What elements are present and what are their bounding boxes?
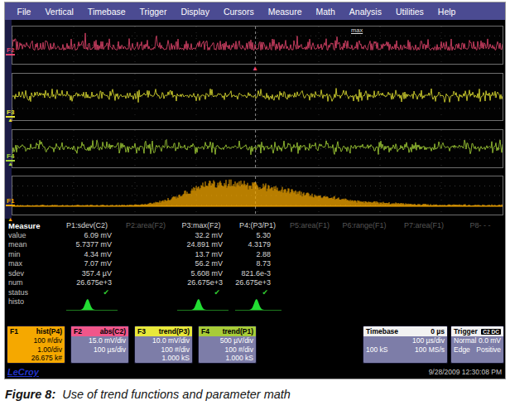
trigger-badge-c2: C2 (483, 329, 489, 335)
descriptor-line-2: 1.00/div (7, 345, 65, 355)
measure-value-p4-max: 8.73 (233, 259, 281, 269)
measure-value-p4-mean: 4.3179 (233, 240, 281, 250)
trace-label-f1[interactable]: F1 (6, 197, 15, 206)
menu-item-cursors[interactable]: Cursors (216, 7, 261, 17)
measure-row-label-sdev: sdev (7, 269, 51, 279)
trace-label-f2[interactable]: F2 (6, 46, 15, 56)
measure-histo-p7 (391, 297, 457, 314)
menu-item-display[interactable]: Display (174, 7, 216, 17)
timebase-rate: 100 MS/s (415, 345, 445, 355)
measure-row-label-status: status (7, 288, 51, 298)
descriptor-line-1: 10.0 mV/div (135, 336, 192, 345)
timebase-samples: 100 kS (366, 345, 387, 355)
status-bar: LeCroy 9/28/2009 12:30:08 PM (5, 366, 505, 378)
measure-value-p3-num: 26.675e+3 (169, 278, 233, 288)
measure-status-p1: ✔ (51, 288, 123, 298)
menu-item-help[interactable]: Help (431, 7, 463, 17)
trace-level-marker-f3: ▲ (7, 117, 13, 123)
measure-row-label-mean: mean (7, 240, 51, 250)
measure-row-label-num: num (7, 278, 51, 288)
measure-value-p5-mean (281, 240, 338, 250)
trace-level-marker-f1: ▲ (7, 216, 13, 222)
menu-item-trigger[interactable]: Trigger (132, 7, 174, 17)
descriptor-line-1: 100 #/div (7, 336, 65, 345)
waveform-panel-f1 (12, 176, 503, 215)
descriptor-header-f4: F4trend(P1) (199, 326, 256, 336)
trace-descriptor-f4[interactable]: F4trend(P1)500 µV/div100 #/div1.000 kS (198, 326, 257, 364)
descriptor-line-1: 500 µV/div (199, 336, 256, 345)
measure-value-p1-num: 26.675e+3 (51, 278, 123, 288)
menu-item-file[interactable]: File (10, 7, 38, 17)
measure-value-p8-min (457, 250, 503, 260)
measure-value-p7-sdev (391, 269, 457, 279)
descriptor-line-1: 15.0 mV/div (71, 336, 128, 345)
menu-bar: FileVerticalTimebaseTriggerDisplayCursor… (5, 2, 505, 20)
measure-value-p5-min (281, 250, 338, 260)
descriptor-header-f1: F1hist(P4) (7, 326, 65, 336)
descriptor-header-f2: F2abs(C2) (71, 326, 128, 336)
measure-value-p6-min (338, 250, 391, 260)
param-histicon (65, 297, 119, 312)
measure-header-p4[interactable]: P4:(P3/P1) (233, 221, 281, 231)
timestamp: 9/28/2009 12:30:08 PM (429, 368, 502, 376)
parameter-annotation-max: max (351, 27, 363, 34)
figure-caption: Figure 8:Use of trend functions and para… (5, 388, 291, 401)
measure-status-p6 (338, 288, 391, 298)
measure-value-p8-sdev (457, 269, 503, 279)
measure-header-p5[interactable]: P5:area(F1) (281, 221, 338, 231)
measure-value-p5-num (281, 278, 338, 288)
descriptor-function: abs(C2) (100, 327, 126, 336)
measure-value-p8-value (457, 231, 503, 241)
timebase-box[interactable]: Timebase 0 µs 100 µs/div 100 kS 100 MS/s (363, 326, 448, 364)
measure-header-p1[interactable]: P1:sdev(C2) (51, 221, 123, 231)
measure-histo-p5 (281, 297, 338, 314)
descriptor-id: F1 (10, 327, 18, 336)
measure-row-label-min: min (7, 250, 51, 260)
waveform-panel-f2 (12, 26, 503, 65)
descriptor-line-2: 100 #/div (199, 345, 256, 355)
descriptor-function: trend(P1) (223, 327, 253, 336)
trace-f3-waveform (12, 74, 503, 120)
measure-header-p8[interactable]: P8- - - (457, 221, 503, 231)
measure-table: MeasureP1:sdev(C2)P2:area(F2)P3:max(F2)P… (7, 221, 503, 314)
oscilloscope-screenshot: FileVerticalTimebaseTriggerDisplayCursor… (4, 2, 506, 379)
descriptor-function: hist(P4) (36, 327, 62, 336)
trace-level-marker-f4: ▲ (7, 161, 13, 167)
measure-value-p5-value (281, 231, 338, 241)
measure-histo-p1 (51, 297, 123, 314)
trigger-box[interactable]: Trigger C2DC Normal 0.0 mV Edge Positive (450, 326, 504, 364)
menu-item-math[interactable]: Math (309, 7, 342, 17)
measure-header-p7[interactable]: P7:area(F1) (391, 221, 457, 231)
trace-f1-waveform (12, 176, 503, 215)
scope-display: F2maxF3▲F4▲F1▲▲ MeasureP1:sdev(C2)P2:are… (5, 20, 505, 379)
measure-value-p5-sdev (281, 269, 338, 279)
measure-histo-p6 (338, 297, 391, 314)
measure-value-p1-min: 4.34 mV (51, 250, 123, 260)
waveform-panel-f4 (12, 129, 503, 168)
measure-header-p2[interactable]: P2:area(F2) (123, 221, 169, 231)
measure-status-p8 (457, 288, 503, 298)
measure-status-p7 (391, 288, 457, 298)
trace-descriptor-f1[interactable]: F1hist(P4)100 #/div1.00/div26.675 k# (7, 326, 65, 364)
measure-value-p7-value (391, 231, 457, 241)
measure-value-p7-max (391, 259, 457, 269)
measure-value-p6-mean (338, 240, 391, 250)
figure-caption-text: Use of trend functions and parameter mat… (62, 388, 291, 401)
menu-item-utilities[interactable]: Utilities (388, 7, 431, 17)
trace-descriptor-f2[interactable]: F2abs(C2)15.0 mV/div100 µs/div (70, 326, 129, 364)
menu-item-measure[interactable]: Measure (261, 7, 309, 17)
measure-value-p3-sdev: 5.608 mV (169, 269, 233, 279)
measure-header-p3[interactable]: P3:max(F2) (169, 221, 233, 231)
descriptor-line-3: 1.000 kS (135, 354, 192, 363)
menu-item-vertical[interactable]: Vertical (38, 7, 80, 17)
menu-item-analysis[interactable]: Analysis (342, 7, 388, 17)
param-histicon (233, 297, 281, 312)
lecroy-logo: LeCroy (7, 367, 39, 377)
measure-value-p4-value: 5.30 (233, 231, 281, 241)
trace-descriptor-f3[interactable]: F3trend(P3)10.0 mV/div100 #/div1.000 kS (134, 326, 193, 364)
menu-item-timebase[interactable]: Timebase (80, 7, 132, 17)
measure-header-p6[interactable]: P6:range(F1) (338, 221, 391, 231)
measure-value-p6-num (338, 278, 391, 288)
measure-value-p3-value: 32.2 mV (169, 231, 233, 241)
measure-value-p6-value (338, 231, 391, 241)
